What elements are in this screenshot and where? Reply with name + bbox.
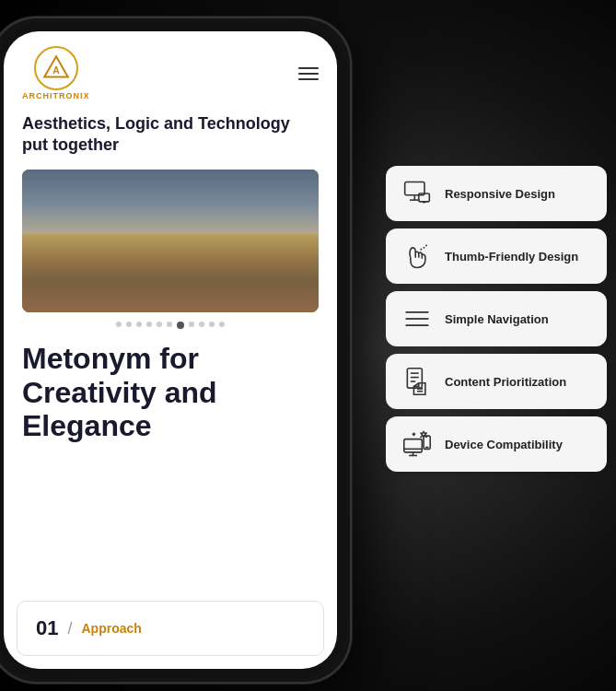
feature-card-navigation[interactable]: Simple Navigation	[386, 291, 607, 346]
carousel-dots	[22, 322, 319, 329]
dot-11	[219, 322, 225, 327]
main-heading: Metonym for Creativity and Elegance	[22, 342, 319, 443]
devices-icon	[401, 427, 434, 461]
logo-text: ArchitroniX	[22, 91, 90, 100]
logo-area: A ArchitroniX	[22, 46, 90, 100]
feature-card-content[interactable]: Content Prioritization	[386, 354, 607, 409]
dot-6	[167, 322, 172, 327]
feature-card-thumb[interactable]: Thumb-Friendly Design	[386, 228, 607, 284]
hero-image	[22, 170, 319, 312]
phone-screen: A ArchitroniX Aesthetics, Logic and Tech…	[4, 31, 337, 669]
dot-9	[199, 322, 204, 327]
phone-header: A ArchitroniX	[22, 46, 319, 100]
tagline: Aesthetics, Logic and Technology put tog…	[22, 113, 319, 157]
phone-frame: A ArchitroniX Aesthetics, Logic and Tech…	[0, 18, 350, 682]
bottom-card[interactable]: 01 / Approach	[17, 601, 324, 656]
dot-8	[189, 322, 194, 327]
hamburger-menu[interactable]	[298, 67, 319, 80]
dot-4	[146, 322, 152, 327]
table-area	[22, 234, 319, 312]
svg-line-30	[421, 436, 423, 438]
monitor-icon	[401, 177, 434, 210]
hand-icon	[401, 240, 434, 273]
building-bg	[22, 170, 319, 241]
feature-label-responsive: Responsive Design	[445, 187, 555, 201]
dot-3	[136, 322, 142, 327]
logo-circle: A	[34, 46, 78, 90]
logo-icon: A	[41, 53, 71, 83]
feature-card-responsive[interactable]: Responsive Design	[386, 166, 607, 221]
feature-label-device: Device Compatibility	[445, 438, 563, 451]
restaurant-scene	[22, 170, 319, 312]
feature-label-thumb: Thumb-Friendly Design	[445, 250, 578, 264]
feature-label-content: Content Prioritization	[445, 375, 566, 389]
svg-text:A: A	[52, 65, 60, 76]
card-divider: /	[67, 619, 72, 638]
dot-10	[209, 322, 215, 327]
dot-7-active	[177, 322, 184, 329]
feature-card-device[interactable]: Device Compatibility	[386, 416, 607, 472]
svg-rect-17	[404, 439, 423, 452]
phone-content: A ArchitroniX Aesthetics, Logic and Tech…	[4, 31, 337, 669]
dot-2	[126, 322, 132, 327]
document-icon	[401, 365, 434, 398]
feature-label-navigation: Simple Navigation	[445, 312, 549, 326]
card-label: Approach	[82, 621, 142, 636]
phone-mockup: A ArchitroniX Aesthetics, Logic and Tech…	[0, 18, 359, 682]
dot-1	[116, 322, 122, 327]
features-panel: Responsive Design Thumb-Friendly Design …	[386, 166, 607, 472]
card-number: 01	[36, 616, 58, 640]
menu-icon	[401, 302, 434, 335]
dot-5	[157, 322, 162, 327]
svg-point-25	[422, 433, 425, 437]
